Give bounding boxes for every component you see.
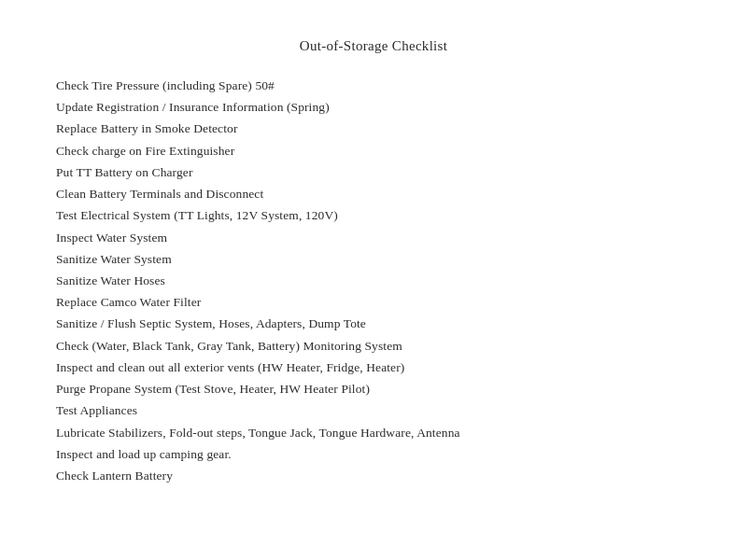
list-item: Check (Water, Black Tank, Gray Tank, Bat… — [56, 335, 691, 357]
list-item: Sanitize Water System — [56, 248, 691, 270]
list-item: Put TT Battery on Charger — [56, 161, 691, 183]
list-item: Test Electrical System (TT Lights, 12V S… — [56, 204, 691, 226]
page-title: Out-of-Storage Checklist — [300, 38, 447, 53]
page: Out-of-Storage Checklist Check Tire Pres… — [0, 0, 747, 560]
list-item: Lubricate Stabilizers, Fold-out steps, T… — [56, 422, 691, 443]
list-item: Inspect and clean out all exterior vents… — [56, 357, 691, 378]
list-item: Inspect and load up camping gear. — [56, 443, 691, 465]
list-item: Check charge on Fire Extinguisher — [56, 140, 691, 161]
list-item: Replace Camco Water Filter — [56, 291, 691, 313]
list-item: Purge Propane System (Test Stove, Heater… — [56, 378, 691, 399]
list-item: Update Registration / Insurance Informat… — [56, 96, 691, 118]
list-item: Replace Battery in Smoke Detector — [56, 118, 691, 139]
title-container: Out-of-Storage Checklist — [56, 37, 691, 54]
list-item: Sanitize / Flush Septic System, Hoses, A… — [56, 313, 691, 334]
list-item: Inspect Water System — [56, 227, 691, 248]
list-item: Check Lantern Battery — [56, 465, 691, 486]
list-item: Clean Battery Terminals and Disconnect — [56, 183, 691, 204]
checklist: Check Tire Pressure (including Spare) 50… — [56, 75, 691, 486]
list-item: Test Appliances — [56, 399, 691, 421]
list-item: Check Tire Pressure (including Spare) 50… — [56, 75, 691, 96]
list-item: Sanitize Water Hoses — [56, 270, 691, 291]
